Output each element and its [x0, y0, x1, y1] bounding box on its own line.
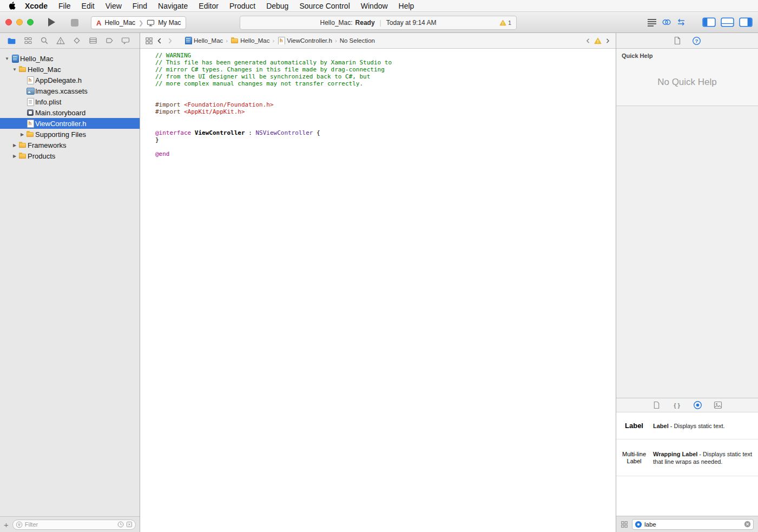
menu-editor[interactable]: Editor: [193, 0, 224, 12]
breadcrumb-label: Hello_Mac: [194, 37, 223, 44]
breadcrumb-item-hello-mac[interactable]: Hello_Mac: [230, 37, 269, 44]
tree-item-label: Hello_Mac: [20, 55, 53, 63]
file-tree[interactable]: ▼Hello_Mac▼Hello_MachAppDelegate.hImages…: [0, 49, 140, 516]
menu-find[interactable]: Find: [127, 0, 153, 12]
media-library-tab[interactable]: [714, 400, 723, 410]
add-file-button[interactable]: +: [4, 521, 9, 529]
run-button[interactable]: [48, 18, 55, 27]
stop-button[interactable]: [71, 19, 78, 27]
code-snippet-library-tab[interactable]: { }: [673, 400, 682, 410]
tree-item-supporting-files[interactable]: ▶Supporting Files: [0, 129, 140, 140]
search-icon: [40, 36, 49, 45]
code-line: [155, 115, 616, 122]
status-state: Ready: [355, 19, 375, 27]
apple-menu[interactable]: [4, 2, 19, 10]
library-item-wrapping-label[interactable]: Multi-line LabelWrapping Label - Display…: [616, 439, 758, 476]
workspace: ▼Hello_Mac▼Hello_MachAppDelegate.hImages…: [0, 33, 758, 532]
close-window-button[interactable]: [5, 19, 12, 25]
menu-help[interactable]: Help: [393, 0, 420, 12]
project-navigator-tab[interactable]: [7, 36, 16, 45]
object-library-tab[interactable]: [693, 400, 702, 410]
apple-icon: [9, 2, 16, 10]
project-navigator-icon: [7, 37, 16, 45]
menu-source-control[interactable]: Source Control: [294, 0, 355, 12]
tree-item-label: Frameworks: [28, 141, 67, 149]
menu-navigate[interactable]: Navigate: [153, 0, 193, 12]
quick-help-icon: ?: [692, 36, 701, 45]
tree-item-frameworks[interactable]: ▶Frameworks: [0, 140, 140, 150]
folder-icon: [26, 130, 34, 138]
disclosure-triangle[interactable]: ▶: [18, 132, 26, 137]
library-item-label[interactable]: LabelLabel - Displays static text.: [616, 412, 758, 439]
disclosure-triangle[interactable]: ▼: [11, 67, 18, 72]
tree-item-viewcontroller-h[interactable]: hViewController.h: [0, 118, 140, 129]
previous-issue-icon[interactable]: [585, 37, 591, 44]
library-search-field[interactable]: [632, 519, 754, 530]
menu-edit[interactable]: Edit: [76, 0, 100, 12]
issue-navigator-tab[interactable]: [56, 36, 65, 45]
menu-file[interactable]: File: [53, 0, 76, 12]
tree-item-appdelegate-h[interactable]: hAppDelegate.h: [0, 75, 140, 86]
breadcrumb-item-no-selection[interactable]: No Selection: [340, 37, 375, 44]
warning-badge[interactable]: 1: [499, 16, 511, 29]
unsaved-files-icon[interactable]: [126, 521, 133, 528]
library-search-input[interactable]: [644, 521, 742, 528]
breakpoint-navigator-tab[interactable]: [104, 36, 114, 45]
report-navigator-tab[interactable]: [121, 36, 130, 45]
tree-item-main-storyboard[interactable]: Main.storyboard: [0, 107, 140, 118]
standard-editor-button[interactable]: [647, 18, 657, 27]
editor-area: Hello_Mac›Hello_Mac›hViewController.h›No…: [140, 33, 616, 532]
code-line: [155, 122, 616, 129]
assistant-editor-button[interactable]: [662, 18, 671, 27]
report-navigator-icon: [121, 36, 130, 45]
toggle-utilities-button[interactable]: [739, 17, 753, 27]
menu-product[interactable]: Product: [224, 0, 261, 12]
toggle-navigator-button[interactable]: [702, 17, 716, 27]
tree-item-products[interactable]: ▶Products: [0, 150, 140, 161]
quick-help-inspector-tab[interactable]: ?: [692, 36, 701, 45]
warning-icon[interactable]: [594, 37, 602, 44]
svg-text:?: ?: [695, 37, 698, 43]
debug-area-panel-icon: [721, 17, 734, 27]
library-grid-view-button[interactable]: [621, 521, 628, 528]
menu-xcode[interactable]: Xcode: [19, 0, 53, 12]
filter-input[interactable]: [25, 521, 115, 528]
toolbar-right-controls: [647, 12, 753, 32]
breadcrumb-separator: ›: [226, 37, 228, 44]
debug-navigator-tab[interactable]: [88, 36, 97, 45]
source-code-editor[interactable]: // WARNING// This file has been generate…: [140, 49, 616, 532]
file-template-library-tab[interactable]: [652, 400, 661, 410]
test-navigator-tab[interactable]: [72, 36, 81, 45]
object-library-icon: [693, 400, 702, 410]
breadcrumb-item-hello-mac[interactable]: Hello_Mac: [184, 37, 223, 44]
tree-item-hello-mac[interactable]: ▼Hello_Mac: [0, 64, 140, 75]
tree-item-info-plist[interactable]: Info.plist: [0, 96, 140, 107]
minimize-window-button[interactable]: [16, 19, 23, 25]
forward-button[interactable]: [166, 37, 174, 45]
zoom-window-button[interactable]: [27, 19, 34, 25]
disclosure-triangle[interactable]: ▶: [11, 154, 18, 159]
scheme-selector[interactable]: A Hello_Mac ❯ My Mac: [91, 16, 186, 29]
code-line: [155, 87, 616, 94]
menu-window[interactable]: Window: [355, 0, 393, 12]
tree-item-hello-mac[interactable]: ▼Hello_Mac: [0, 53, 140, 64]
version-editor-button[interactable]: [676, 18, 686, 27]
folder-icon: [230, 37, 239, 44]
next-issue-icon[interactable]: [604, 37, 611, 44]
back-button[interactable]: [156, 37, 163, 45]
related-items-button[interactable]: [145, 37, 153, 45]
recent-files-clock-icon[interactable]: [117, 521, 124, 528]
filter-field[interactable]: [12, 520, 136, 530]
breadcrumb-item-viewcontroller-h[interactable]: hViewController.h: [277, 37, 332, 44]
tree-item-images-xcassets[interactable]: Images.xcassets: [0, 86, 140, 96]
file-inspector-tab[interactable]: [674, 36, 681, 45]
clear-search-icon[interactable]: [744, 521, 751, 528]
disclosure-triangle[interactable]: ▼: [3, 56, 11, 61]
tree-item-label: Products: [28, 152, 55, 160]
symbol-navigator-tab[interactable]: [23, 36, 32, 45]
find-navigator-tab[interactable]: [39, 36, 49, 45]
disclosure-triangle[interactable]: ▶: [11, 143, 18, 148]
toggle-debug-area-button[interactable]: [721, 17, 734, 27]
menu-view[interactable]: View: [100, 0, 127, 12]
menu-debug[interactable]: Debug: [261, 0, 294, 12]
